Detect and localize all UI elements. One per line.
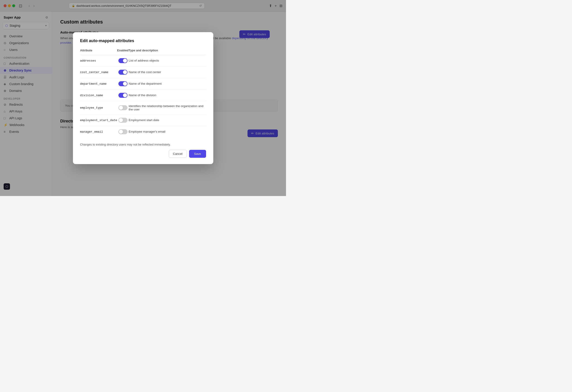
toggle-cell	[117, 126, 129, 137]
attr-toggle-4[interactable]	[118, 105, 127, 110]
attr-desc: Name of the cost center	[129, 70, 161, 74]
app-layout: Super App ⚙ ⬡ Staging ▾ ⊞ Overview ⊙ Org…	[0, 12, 286, 196]
save-button[interactable]: Save	[189, 150, 206, 158]
attr-name: cost_center_name	[80, 71, 109, 74]
toggle-cell	[117, 66, 129, 78]
table-row: department_name Name of the department	[80, 78, 206, 89]
cancel-button[interactable]: Cancel	[169, 150, 187, 158]
attr-name: addresses	[80, 59, 96, 63]
attr-toggle-5[interactable]	[118, 118, 127, 123]
toggle-cell	[117, 89, 129, 101]
attr-desc: Employee manager's email	[129, 130, 165, 133]
attr-desc: Name of the department	[129, 82, 162, 85]
col-type-desc: Type and description	[129, 49, 206, 55]
col-enabled: Enabled	[117, 49, 129, 55]
attr-toggle-1[interactable]	[118, 70, 127, 75]
attr-toggle-3[interactable]	[118, 93, 127, 98]
table-row: employment_start_date Employment start d…	[80, 114, 206, 126]
col-attribute: Attribute	[80, 49, 117, 55]
table-row: addresses List of address objects	[80, 55, 206, 66]
modal-overlay[interactable]: Edit auto-mapped attributes Attribute En…	[0, 0, 286, 196]
attr-toggle-2[interactable]	[118, 81, 127, 86]
toggle-cell	[117, 101, 129, 114]
attributes-table: Attribute Enabled Type and description a…	[80, 49, 206, 137]
toggle-cell	[117, 114, 129, 126]
modal-title: Edit auto-mapped attributes	[80, 38, 206, 43]
attr-desc: Identifies the relationship between the …	[129, 104, 203, 111]
table-row: employee_type Identifies the relationshi…	[80, 101, 206, 114]
table-row: division_name Name of the division	[80, 89, 206, 101]
attr-name: manager_email	[80, 130, 103, 134]
modal-footer-note: Changes to existing directory users may …	[80, 143, 206, 146]
modal-footer-buttons: Cancel Save	[80, 150, 206, 158]
attr-name: employment_start_date	[80, 119, 117, 122]
toggle-cell	[117, 55, 129, 66]
attr-desc: Name of the division	[129, 94, 156, 97]
attr-name: employee_type	[80, 106, 103, 110]
attr-toggle-0[interactable]	[118, 58, 127, 63]
attr-toggle-6[interactable]	[118, 129, 127, 134]
table-row: cost_center_name Name of the cost center	[80, 66, 206, 78]
attr-name: division_name	[80, 94, 103, 97]
attr-desc: Employment start date	[129, 118, 159, 122]
attr-desc: List of address objects	[129, 59, 159, 62]
modal-footer: Changes to existing directory users may …	[80, 143, 206, 158]
table-row: manager_email Employee manager's email	[80, 126, 206, 137]
modal: Edit auto-mapped attributes Attribute En…	[73, 32, 213, 164]
toggle-cell	[117, 78, 129, 89]
attr-name: department_name	[80, 82, 107, 86]
